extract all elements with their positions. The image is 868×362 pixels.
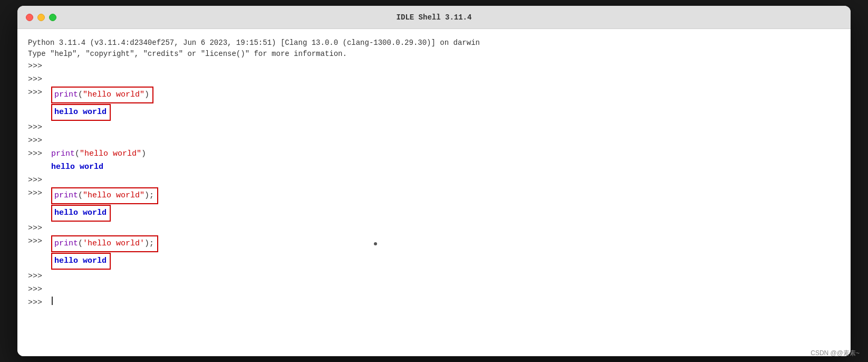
paren: ( [78, 191, 83, 200]
paren-close: ) [144, 90, 149, 99]
window-title: IDLE Shell 3.11.4 [397, 13, 472, 22]
text-cursor [52, 297, 53, 305]
output-box-3: hello world [51, 253, 111, 270]
string-value: "hello world" [80, 149, 141, 158]
prompt-label: >>> [28, 73, 51, 86]
output-box-1: hello world [51, 104, 111, 121]
prompt-row-8: >>> print("hello world"); [28, 187, 840, 204]
prompt-row-3: >>> print("hello world") [28, 87, 840, 103]
output-row-4: hello world [28, 253, 840, 270]
prompt-label: >>> [28, 174, 51, 187]
prompt-label: >>> [28, 87, 51, 99]
string-value: "hello world" [83, 90, 144, 99]
prompt-row-5: >>> [28, 135, 840, 147]
prompt-row-11: >>> [28, 270, 840, 283]
string-value: 'hello world' [83, 239, 144, 248]
prompt-label: >>> [28, 135, 51, 147]
prompt-row-1: >>> [28, 60, 840, 73]
code-line-1: print("hello world") [51, 87, 840, 103]
keyword-print: print [51, 149, 75, 158]
output-box-2: hello world [51, 205, 111, 222]
paren: ( [78, 90, 83, 99]
shell-content[interactable]: Python 3.11.4 (v3.11.4:d2340ef257, Jun 6… [17, 29, 851, 356]
output-text-2: hello world [51, 161, 103, 174]
paren-close: ) [141, 149, 146, 158]
prompt-label: >>> [28, 235, 51, 248]
prompt-label: >>> [28, 270, 51, 283]
title-bar: IDLE Shell 3.11.4 [17, 6, 851, 29]
minimize-button[interactable] [37, 14, 45, 21]
output-row-2: hello world [28, 161, 840, 174]
prompt-label: >>> [28, 222, 51, 235]
close-button[interactable] [26, 14, 33, 21]
keyword-print: print [54, 191, 78, 200]
prompt-row-6: >>> print("hello world") [28, 148, 840, 160]
prompt-label: >>> [28, 121, 51, 134]
paren-close: ); [144, 239, 154, 248]
prompt-row-4: >>> [28, 121, 840, 134]
prompt-row-10: >>> print('hello world'); [28, 235, 840, 252]
prompt-label: >>> [28, 148, 51, 160]
code-line-3: print("hello world"); [51, 187, 840, 204]
prompt-label: >>> [28, 187, 51, 200]
output-text-1: hello world [51, 104, 111, 121]
watermark: CSDN @@素素~ [811, 349, 860, 358]
info-line-2: Type "help", "copyright", "credits" or "… [28, 49, 840, 60]
prompt-row-7: >>> [28, 174, 840, 187]
maximize-button[interactable] [49, 14, 56, 21]
traffic-lights [26, 14, 56, 21]
string-value: "hello world" [83, 191, 144, 200]
prompt-row-12: >>> [28, 283, 840, 296]
prompt-row-9: >>> [28, 222, 840, 235]
code-line-4: print('hello world'); [51, 235, 840, 252]
output-row-3: hello world [28, 205, 840, 222]
prompt-row-13[interactable]: >>> [28, 297, 840, 309]
code-box-3: print('hello world'); [51, 235, 158, 252]
output-row-1: hello world [28, 104, 840, 121]
idle-window: IDLE Shell 3.11.4 Python 3.11.4 (v3.11.4… [17, 6, 851, 356]
code-box-2: print("hello world"); [51, 187, 158, 204]
paren: ( [75, 149, 80, 158]
code-line-2: print("hello world") [51, 148, 840, 160]
paren-close: ); [144, 191, 154, 200]
prompt-label: >>> [28, 283, 51, 296]
info-line-1: Python 3.11.4 (v3.11.4:d2340ef257, Jun 6… [28, 37, 840, 49]
prompt-label: >>> [28, 297, 51, 309]
prompt-row-2: >>> [28, 73, 840, 86]
dot-indicator [374, 242, 377, 245]
keyword-print: print [54, 239, 78, 248]
prompt-label: >>> [28, 60, 51, 73]
keyword-print: print [54, 90, 78, 99]
paren: ( [78, 239, 83, 248]
code-box-1: print("hello world") [51, 87, 153, 103]
